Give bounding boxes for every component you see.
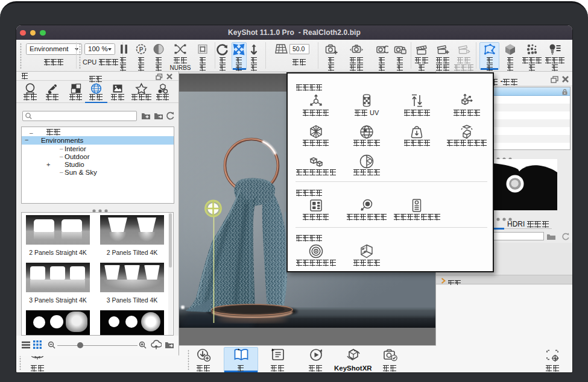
svg-text:P: P [139, 46, 144, 53]
